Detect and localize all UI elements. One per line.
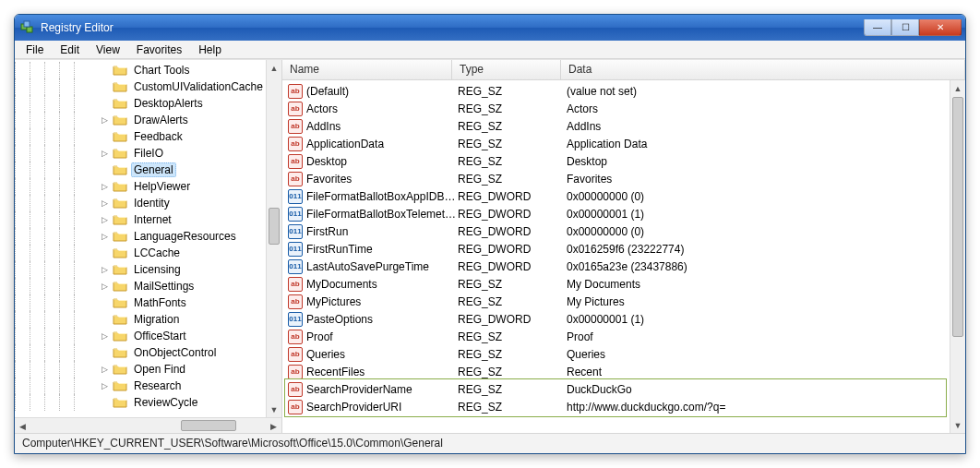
list-header: Name Type Data [282, 60, 965, 80]
tree-item[interactable]: ▷Research [15, 378, 281, 394]
expand-toggle[interactable]: ▷ [100, 182, 110, 192]
registry-value-row[interactable]: abQueriesREG_SZQueries [282, 345, 965, 363]
menu-view[interactable]: View [89, 42, 127, 58]
tree-item[interactable]: ▷DrawAlerts [15, 112, 281, 128]
tree-label: OnObjectControl [131, 345, 219, 360]
value-type: REG_DWORD [458, 208, 567, 221]
column-data[interactable]: Data [561, 60, 965, 79]
menu-help[interactable]: Help [191, 42, 229, 58]
tree-item[interactable]: ▷Open Find [15, 361, 281, 378]
menu-file[interactable]: File [18, 42, 51, 58]
regedit-icon [20, 20, 35, 35]
scroll-up-icon[interactable]: ▲ [950, 80, 965, 96]
tree-item[interactable]: General [15, 162, 281, 178]
expand-toggle[interactable]: ▷ [100, 149, 110, 159]
tree-item[interactable]: ▷Identity [15, 195, 281, 211]
registry-value-row[interactable]: abDesktopREG_SZDesktop [282, 152, 965, 170]
menu-edit[interactable]: Edit [53, 42, 87, 58]
value-type: REG_DWORD [458, 243, 567, 256]
expand-toggle[interactable]: ▷ [100, 215, 110, 225]
tree-item[interactable]: ▷MailSettings [15, 278, 281, 294]
value-name: SearchProviderName [306, 383, 458, 396]
column-type[interactable]: Type [452, 60, 561, 79]
tree-label: FileIO [131, 146, 166, 161]
expand-toggle[interactable]: ▷ [100, 265, 110, 275]
dword-value-icon: 011 [288, 259, 303, 274]
values-list[interactable]: ab(Default)REG_SZ(value not set)abActors… [282, 80, 965, 433]
registry-value-row[interactable]: 011FileFormatBallotBoxTelemetry...REG_DW… [282, 205, 965, 222]
list-vertical-scrollbar[interactable]: ▲ ▼ [950, 80, 965, 433]
tree-label: Open Find [131, 362, 188, 377]
hscroll-thumb[interactable] [181, 420, 236, 431]
registry-value-row[interactable]: abMyDocumentsREG_SZMy Documents [282, 275, 965, 293]
registry-value-row[interactable]: abSearchProviderURIREG_SZhttp://www.duck… [282, 398, 965, 415]
registry-value-row[interactable]: 011FirstRunREG_DWORD0x00000000 (0) [282, 222, 965, 240]
tree-item[interactable]: CustomUIValidationCache [15, 78, 281, 95]
registry-value-row[interactable]: abApplicationDataREG_SZApplication Data [282, 135, 965, 152]
maximize-button[interactable]: ☐ [891, 19, 919, 36]
registry-value-row[interactable]: 011FirstRunTimeREG_DWORD0x016259f6 (2322… [282, 240, 965, 258]
expand-toggle[interactable]: ▷ [100, 198, 110, 209]
registry-value-row[interactable]: abFavoritesREG_SZFavorites [282, 170, 965, 187]
expand-toggle[interactable]: ▷ [100, 331, 110, 342]
tree-item[interactable]: ▷LanguageResources [15, 228, 281, 245]
tree-item[interactable]: Migration [15, 311, 281, 328]
scroll-down-icon[interactable]: ▼ [950, 417, 965, 433]
value-data: 0x00000001 (1) [567, 313, 965, 326]
tree-item[interactable]: ▷HelpViewer [15, 178, 281, 195]
minimize-button[interactable]: — [864, 19, 891, 36]
tree-item[interactable]: ReviewCycle [15, 394, 281, 411]
registry-value-row[interactable]: abProofREG_SZProof [282, 328, 965, 345]
registry-value-row[interactable]: 011PasteOptionsREG_DWORD0x00000001 (1) [282, 310, 965, 328]
tree-item[interactable]: ▷Internet [15, 211, 281, 228]
registry-value-row[interactable]: abMyPicturesREG_SZMy Pictures [282, 293, 965, 310]
tree-item[interactable]: LCCache [15, 245, 281, 261]
tree-item[interactable]: Chart Tools [15, 62, 281, 78]
value-name: RecentFiles [306, 366, 458, 378]
tree-label: DrawAlerts [131, 113, 191, 127]
folder-icon [113, 346, 127, 359]
scroll-thumb[interactable] [269, 208, 280, 245]
scroll-thumb[interactable] [952, 97, 963, 337]
menu-favorites[interactable]: Favorites [129, 42, 189, 58]
registry-value-row[interactable]: ab(Default)REG_SZ(value not set) [282, 82, 965, 100]
expand-toggle[interactable]: ▷ [100, 365, 110, 375]
tree-label: Research [131, 378, 184, 393]
column-name[interactable]: Name [282, 60, 452, 79]
tree-vertical-scrollbar[interactable]: ▲ ▼ [266, 60, 281, 417]
expand-toggle[interactable]: ▷ [100, 381, 110, 391]
tree-item[interactable]: OnObjectControl [15, 344, 281, 361]
tree-horizontal-scrollbar[interactable]: ◀ ▶ [15, 417, 281, 433]
registry-value-row[interactable]: abActorsREG_SZActors [282, 100, 965, 117]
registry-value-row[interactable]: abAddInsREG_SZAddIns [282, 117, 965, 135]
expand-toggle[interactable]: ▷ [100, 282, 110, 292]
value-data: 0x0165a23e (23437886) [567, 260, 965, 273]
tree-item[interactable]: DesktopAlerts [15, 95, 281, 112]
registry-value-row[interactable]: abRecentFilesREG_SZRecent [282, 363, 965, 380]
scroll-down-icon[interactable]: ▼ [267, 402, 281, 417]
dword-value-icon: 011 [288, 189, 303, 204]
tree-item[interactable]: ▷FileIO [15, 145, 281, 162]
titlebar[interactable]: Registry Editor — ☐ ✕ [15, 15, 965, 41]
close-button[interactable]: ✕ [919, 19, 962, 36]
value-data: 0x016259f6 (23222774) [567, 243, 965, 256]
scroll-up-icon[interactable]: ▲ [267, 60, 281, 76]
tree-item[interactable]: MathFonts [15, 294, 281, 311]
folder-icon [113, 230, 127, 243]
folder-icon [113, 379, 127, 392]
registry-value-row[interactable]: 011FileFormatBallotBoxAppIDBoo...REG_DWO… [282, 187, 965, 205]
expand-toggle[interactable]: ▷ [100, 115, 110, 126]
tree-label: Feedback [131, 129, 185, 144]
tree-item[interactable]: ▷Licensing [15, 261, 281, 278]
registry-value-row[interactable]: abSearchProviderNameREG_SZDuckDuckGo [282, 380, 965, 398]
registry-tree[interactable]: Chart ToolsCustomUIValidationCacheDeskto… [15, 60, 281, 417]
scroll-left-icon[interactable]: ◀ [15, 418, 30, 433]
scroll-right-icon[interactable]: ▶ [266, 418, 281, 433]
dword-value-icon: 011 [288, 224, 303, 239]
registry-value-row[interactable]: 011LastAutoSavePurgeTimeREG_DWORD0x0165a… [282, 258, 965, 275]
tree-item[interactable]: ▷OfficeStart [15, 328, 281, 344]
expand-toggle[interactable]: ▷ [100, 232, 110, 242]
value-type: REG_SZ [458, 85, 567, 98]
tree-item[interactable]: Feedback [15, 128, 281, 145]
value-data: Favorites [567, 173, 965, 186]
